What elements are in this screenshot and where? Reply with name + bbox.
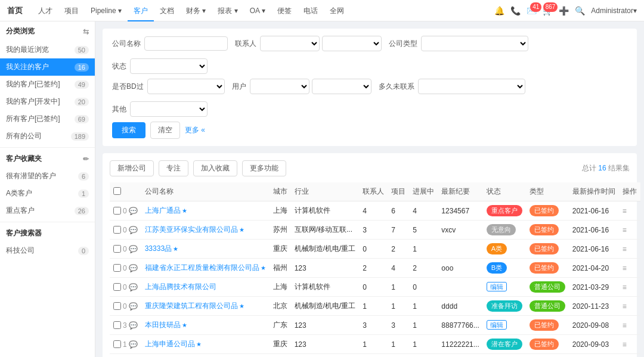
cart-button[interactable]: 🛒 867 bbox=[543, 6, 553, 15]
action-menu-icon[interactable]: ≡ bbox=[623, 264, 627, 272]
company-link[interactable]: 上海广通品 bbox=[145, 206, 181, 215]
add-button[interactable]: ➕ bbox=[559, 6, 569, 15]
mail-button[interactable]: ✉️ 41 bbox=[527, 6, 537, 15]
nav-finance[interactable]: 财务 bbox=[180, 0, 212, 21]
table-row: 3 💬 本田技研品★广东12333188877766...编辑已签约2020-0… bbox=[110, 316, 640, 335]
row-actions: ≡ bbox=[619, 278, 640, 297]
row-check-cell: 0 💬 bbox=[110, 201, 141, 221]
nav-oa[interactable]: OA bbox=[244, 0, 271, 21]
status-badge: 无意向 bbox=[487, 224, 516, 235]
company-link[interactable]: 上海品腾技术有限公司 bbox=[145, 283, 216, 291]
sidebar-item-a-class[interactable]: A类客户 1 bbox=[0, 185, 95, 202]
company-link[interactable]: 江苏美亚环保实业有限公司品 bbox=[145, 225, 238, 234]
company-name-input[interactable] bbox=[144, 36, 228, 51]
sidebar-item-my-signed[interactable]: 我的客户[已签约] 49 bbox=[0, 76, 95, 93]
sidebar-item-recent[interactable]: 我的最近浏览 50 bbox=[0, 41, 95, 58]
row-msg-icon[interactable]: 💬 bbox=[129, 245, 138, 253]
nav-report[interactable]: 报表 bbox=[212, 0, 243, 21]
row-msg-icon[interactable]: 💬 bbox=[129, 283, 138, 291]
company-link[interactable]: 33333品 bbox=[145, 244, 172, 253]
status-edit-icon[interactable]: 编辑 bbox=[487, 282, 507, 291]
nav-phone[interactable]: 电话 bbox=[298, 0, 324, 21]
row-num: 0 bbox=[123, 264, 127, 272]
collect-button[interactable]: 加入收藏 bbox=[193, 160, 237, 176]
row-time: 2020-09-08 bbox=[569, 316, 619, 335]
action-menu-icon[interactable]: ≡ bbox=[623, 321, 627, 330]
row-contacts: 0 bbox=[359, 240, 388, 259]
collection-edit-icon[interactable]: ✏ bbox=[83, 155, 89, 163]
status-select[interactable] bbox=[130, 58, 208, 74]
nav-home[interactable]: 首页 bbox=[7, 5, 23, 16]
new-company-button[interactable]: 新增公司 bbox=[110, 160, 154, 176]
sidebar-item-my-developing[interactable]: 我的客户[开发中] 20 bbox=[0, 93, 95, 110]
sidebar-item-tech[interactable]: 科技公司 0 bbox=[0, 242, 95, 259]
user-select1[interactable] bbox=[250, 79, 309, 94]
user-select2[interactable] bbox=[312, 79, 371, 94]
user-menu[interactable]: Administrator▾ bbox=[591, 7, 637, 15]
row-checkbox[interactable] bbox=[113, 340, 121, 348]
nav-talent[interactable]: 人才 bbox=[32, 0, 58, 21]
sidebar-item-key[interactable]: 重点客户 26 bbox=[0, 202, 95, 219]
select-all-checkbox[interactable] bbox=[113, 187, 121, 195]
action-menu-icon[interactable]: ≡ bbox=[623, 245, 627, 253]
nav-docs[interactable]: 文档 bbox=[154, 0, 180, 21]
more-button[interactable]: 更多 « bbox=[185, 125, 205, 135]
company-link[interactable]: 本田技研品 bbox=[145, 321, 181, 329]
action-menu-icon[interactable]: ≡ bbox=[623, 302, 627, 311]
sidebar-item-all-signed-label: 所有客户[已签约] bbox=[6, 114, 60, 124]
nav-pipeline[interactable]: Pipeline bbox=[85, 0, 128, 21]
bd-select[interactable] bbox=[147, 79, 225, 94]
row-msg-icon[interactable]: 💬 bbox=[129, 340, 138, 349]
sidebar-item-tech-count: 0 bbox=[78, 247, 89, 255]
last-contact-select[interactable] bbox=[418, 79, 525, 94]
clear-button[interactable]: 清空 bbox=[150, 122, 180, 139]
row-city: 重庆 bbox=[270, 354, 291, 358]
row-industry: 123 bbox=[291, 316, 360, 335]
row-checkbox[interactable] bbox=[113, 245, 121, 253]
bell-button[interactable]: 🔔 bbox=[494, 6, 504, 15]
sidebar-item-tech-label: 科技公司 bbox=[6, 246, 35, 256]
action-menu-icon[interactable]: ≡ bbox=[623, 283, 627, 291]
row-msg-icon[interactable]: 💬 bbox=[129, 226, 138, 234]
row-type: 已签约 bbox=[526, 240, 569, 259]
sidebar-item-all-signed[interactable]: 所有客户[已签约] 69 bbox=[0, 110, 95, 128]
action-menu-icon[interactable]: ≡ bbox=[623, 226, 627, 234]
row-status: 潜在客户 bbox=[483, 335, 526, 354]
focus-button[interactable]: 专注 bbox=[159, 160, 188, 176]
row-msg-icon[interactable]: 💬 bbox=[129, 207, 138, 215]
row-checkbox[interactable] bbox=[113, 302, 121, 310]
nav-project[interactable]: 项目 bbox=[58, 0, 85, 21]
action-menu-icon[interactable]: ≡ bbox=[623, 340, 627, 349]
company-link[interactable]: 上海申通公司品 bbox=[145, 340, 195, 348]
contact-select1[interactable] bbox=[260, 36, 320, 51]
row-msg-icon[interactable]: 💬 bbox=[129, 264, 138, 272]
row-checkbox[interactable] bbox=[113, 226, 121, 234]
other-select[interactable] bbox=[130, 101, 208, 117]
sidebar-collapse-icon[interactable]: ⇆ bbox=[83, 27, 89, 36]
sidebar-item-potential[interactable]: 很有潜望的客户 6 bbox=[0, 167, 95, 185]
phone-button[interactable]: 📞 bbox=[510, 6, 521, 15]
row-checkbox[interactable] bbox=[113, 283, 121, 291]
nav-notes[interactable]: 便签 bbox=[271, 0, 298, 21]
row-checkbox[interactable] bbox=[113, 264, 121, 272]
company-link[interactable]: 福建省永正工程质量检测有限公司品 bbox=[145, 263, 259, 272]
company-link[interactable]: 重庆隆荣建筑工程有限公司品 bbox=[145, 302, 238, 310]
row-checkbox[interactable] bbox=[113, 321, 121, 329]
row-msg-icon[interactable]: 💬 bbox=[129, 302, 138, 311]
table-header: 公司名称 城市 行业 联系人 项目 进展中 最新纪要 状态 类型 最新操作时间 … bbox=[110, 182, 640, 201]
row-checkbox[interactable] bbox=[113, 207, 121, 215]
search-button[interactable]: 搜索 bbox=[112, 122, 145, 138]
nav-customer[interactable]: 客户 bbox=[128, 0, 154, 21]
action-menu-icon[interactable]: ≡ bbox=[623, 207, 627, 215]
more-func-button[interactable]: 更多功能 bbox=[242, 160, 286, 176]
search-button[interactable]: 🔍 bbox=[575, 6, 585, 15]
sidebar-item-following[interactable]: 我关注的客户 16 bbox=[0, 58, 95, 76]
nav-allnet[interactable]: 全网 bbox=[324, 0, 350, 21]
col-ongoing: 进展中 bbox=[409, 182, 438, 201]
contact-select2[interactable] bbox=[322, 36, 382, 51]
status-edit-icon[interactable]: 编辑 bbox=[487, 320, 507, 330]
row-msg-icon[interactable]: 💬 bbox=[129, 321, 138, 330]
sidebar-item-all-companies[interactable]: 所有的公司 189 bbox=[0, 128, 95, 145]
company-type-select[interactable] bbox=[421, 36, 528, 51]
company-star-icon: ★ bbox=[196, 341, 202, 347]
